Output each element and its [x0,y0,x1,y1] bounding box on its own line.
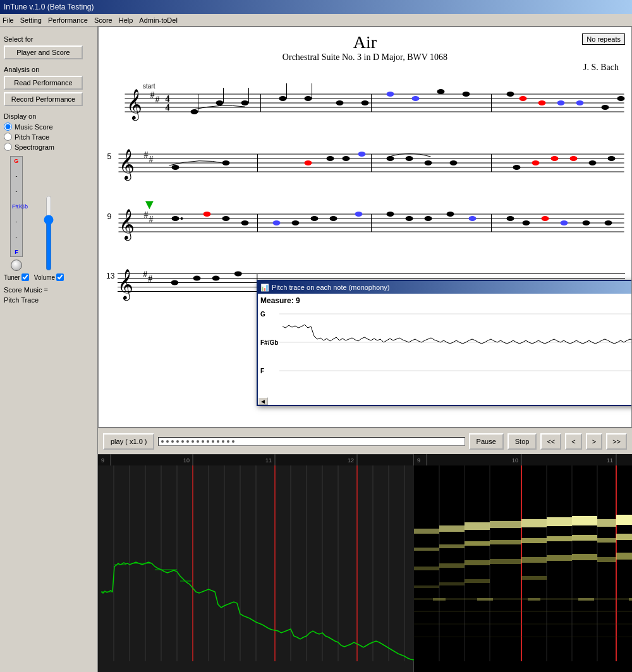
svg-rect-171 [439,563,465,568]
svg-rect-185 [547,536,572,541]
music-score-radio[interactable] [4,123,12,131]
svg-point-29 [617,96,625,101]
menu-performance[interactable]: Performance [48,16,88,24]
svg-point-107 [234,271,242,276]
pitch-dash3: - [12,219,21,225]
svg-text:𝄞: 𝄞 [119,209,135,241]
svg-text:9: 9 [101,457,104,464]
svg-point-47 [222,160,230,165]
svg-point-61 [608,156,616,161]
measure-num-9: 9 [107,212,112,221]
menu-setting[interactable]: Setting [20,16,42,24]
svg-rect-176 [465,579,490,583]
svg-point-78 [241,220,249,225]
stop-button[interactable]: Stop [507,433,537,450]
title-bar: InTune v.1.0 (Beta Testing) [0,0,632,14]
svg-point-49 [327,156,334,161]
spectrogram-timeline-svg: 9 10 11 12 [414,454,632,465]
svg-point-76 [204,212,211,217]
svg-point-18 [362,100,369,105]
rewind-all-button[interactable]: << [540,433,561,450]
volume-checkbox[interactable] [56,273,64,281]
svg-point-90 [523,220,530,225]
player-score-button[interactable]: Player and Score [4,45,83,59]
pitch-trace-graph [279,308,632,390]
progress-dot [171,440,174,443]
svg-rect-183 [521,576,547,580]
svg-point-84 [387,212,394,217]
progress-dot [176,440,179,443]
menu-score[interactable]: Score [94,16,112,24]
svg-point-60 [589,160,597,165]
menu-admin[interactable]: Admin-toDel [139,16,178,24]
select-for-label: Select for [4,35,94,43]
svg-text:𝄞: 𝄞 [119,149,135,181]
score-header: Air Orchestral Suite No. 3 in D Major, B… [99,27,631,75]
progress-bar[interactable] [158,437,465,446]
svg-rect-190 [597,519,616,527]
analysis-on-label: Analysis on [4,66,94,73]
menu-file[interactable]: File [3,16,14,24]
score-subtitle: Orchestral Suite No. 3 in D Major, BWV 1… [99,52,631,63]
svg-text:4: 4 [166,94,170,104]
pitch-trace-label: Pitch Trace [15,133,49,141]
record-performance-button[interactable]: Record Performance [4,92,83,106]
svg-rect-168 [414,585,439,588]
pitch-popup-title: Pitch trace on each note (monophony) [272,284,390,291]
progress-dot [202,440,204,443]
forward-button[interactable]: > [586,433,602,450]
svg-text:11: 11 [265,457,272,464]
svg-point-19 [387,92,394,97]
svg-rect-177 [490,521,521,528]
svg-rect-213 [528,598,540,601]
staff-row-2: 5 𝄞 # # [105,135,625,195]
pitch-popup-content: Measure: 9 G F#/Gb F [258,294,632,405]
pitch-trace-timeline-svg: 9 10 11 12 [98,454,413,465]
svg-point-13 [216,100,224,105]
svg-rect-189 [572,554,597,560]
svg-text:9: 9 [417,457,420,464]
svg-rect-186 [547,555,572,561]
svg-rect-169 [439,525,465,532]
svg-point-56 [513,165,521,170]
svg-point-21 [437,89,445,94]
menu-help[interactable]: Help [119,16,133,24]
play-button[interactable]: play ( x1.0 ) [103,433,154,450]
pause-button[interactable]: Pause [469,433,504,450]
treble-clef-1: 𝄞 [126,89,142,121]
pitch-strip: G - - F#/Gb - - F [10,156,23,257]
spectrogram-radio[interactable] [4,143,12,151]
spectrogram-visualization [414,465,632,661]
score-title: Air [99,32,631,52]
svg-rect-178 [490,540,521,544]
music-score-label: Music Score [15,123,53,131]
svg-point-26 [557,100,565,105]
forward-all-button[interactable]: >> [606,433,627,450]
pitch-trace-radio[interactable] [4,133,12,141]
read-performance-button[interactable]: Read Performance [4,76,83,90]
popup-left-arrow[interactable]: ◄ [258,397,268,405]
tuner-checkbox[interactable] [21,273,29,281]
svg-text:12: 12 [348,457,354,464]
svg-rect-192 [597,557,616,562]
svg-point-55 [450,160,458,165]
score-music-eq-label: Score Music = [4,286,94,294]
svg-point-54 [425,160,432,165]
content-area: No repeats Air Orchestral Suite No. 3 in… [98,27,632,672]
svg-point-27 [576,100,584,105]
rewind-button[interactable]: < [565,433,581,450]
volume-slider[interactable] [42,195,55,271]
spectrogram-panel: 9 10 11 12 [414,454,632,672]
pitch-popup: 📊 Pitch trace on each note (monophony) _… [257,280,632,406]
progress-dot [227,440,229,443]
svg-rect-215 [629,598,632,601]
svg-point-28 [602,105,609,110]
popup-pitch-f: F [260,368,264,375]
svg-point-91 [542,216,549,221]
svg-text:#: # [143,269,147,279]
popup-pitch-g: G [260,311,265,318]
svg-rect-209 [414,623,632,625]
svg-point-59 [570,156,578,161]
svg-text:10: 10 [512,457,518,464]
svg-point-51 [358,152,366,157]
